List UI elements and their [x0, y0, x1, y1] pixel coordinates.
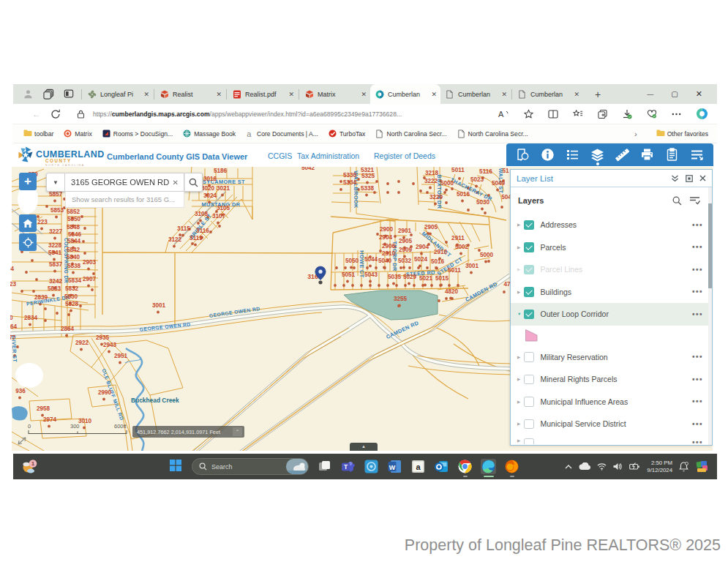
layer-menu-dots[interactable]: ••• — [692, 310, 703, 318]
expand-arrow-icon[interactable]: ▶ — [517, 290, 524, 294]
layer-checkbox[interactable] — [524, 310, 534, 320]
tab-close-icon[interactable]: ✕ — [288, 91, 294, 98]
layer-menu-dots[interactable]: ••• — [692, 397, 703, 405]
browser-tab[interactable]: Realist.pdf✕ — [228, 84, 298, 104]
layer-row-outer-loop-corridor[interactable]: ▼Outer Loop Corridor••• — [511, 303, 712, 326]
close-panel-icon[interactable] — [699, 175, 706, 181]
expand-arrow-icon[interactable]: ▶ — [517, 400, 524, 404]
layer-checkbox[interactable] — [524, 242, 534, 252]
header-link[interactable]: CCGIS — [268, 151, 292, 160]
home-button[interactable] — [19, 214, 37, 232]
profile-icon[interactable] — [23, 89, 34, 100]
search-clear-icon[interactable]: ✕ — [173, 179, 184, 187]
layer-checkbox[interactable] — [524, 287, 534, 297]
info-icon[interactable] — [541, 148, 555, 162]
layer-checkbox[interactable] — [524, 352, 534, 362]
bookmark-item[interactable]: Massage Book — [183, 130, 236, 138]
layer-menu-dots[interactable]: ••• — [692, 266, 703, 274]
refresh-icon[interactable] — [50, 109, 61, 119]
start-button[interactable] — [169, 459, 184, 474]
copilot-icon[interactable] — [696, 108, 708, 120]
minimize-button[interactable]: — — [647, 91, 653, 98]
layer-row-military-reservation[interactable]: ▶Military Reservation••• — [511, 346, 712, 369]
tray-chevron-icon[interactable] — [565, 464, 572, 470]
expand-arrow-icon[interactable]: ▶ — [517, 438, 524, 443]
print-icon[interactable] — [640, 148, 654, 162]
layer-search-icon[interactable] — [672, 196, 682, 206]
firefox-icon[interactable] — [504, 459, 519, 474]
layer-row-parcels[interactable]: ▶Parcels••• — [511, 236, 712, 259]
legend-icon[interactable] — [566, 148, 579, 162]
bookmarks-overflow-chevron[interactable]: › — [634, 130, 637, 138]
layer-checkbox[interactable] — [524, 397, 534, 407]
battery-icon[interactable] — [629, 462, 640, 471]
layer-row-addresses[interactable]: ▶Addresses••• — [511, 214, 712, 236]
bookmark-item[interactable]: Rooms > DocuSign... — [102, 130, 173, 138]
browser-tab[interactable]: Realist✕ — [155, 84, 225, 104]
more-tools-icon[interactable] — [690, 148, 704, 162]
expand-arrow-icon[interactable]: ▶ — [517, 267, 524, 271]
layer-menu-dots[interactable]: ••• — [692, 375, 703, 383]
blueapp-icon[interactable] — [364, 459, 379, 474]
bookmark-item[interactable]: TurboTax — [329, 130, 366, 138]
layer-row-buildings[interactable]: ▶Buildings••• — [511, 281, 712, 304]
workspaces-icon[interactable] — [43, 89, 54, 100]
notification-bell-icon[interactable] — [679, 462, 688, 472]
taskview-icon[interactable] — [317, 459, 332, 474]
chrome-icon[interactable] — [457, 459, 473, 474]
layer-menu-dots[interactable]: ••• — [692, 288, 703, 296]
close-button[interactable]: ✕ — [696, 89, 702, 99]
outlook-icon[interactable] — [434, 459, 449, 474]
tab-close-icon[interactable]: ✕ — [431, 91, 437, 98]
layer-menu-dots[interactable]: ••• — [692, 420, 703, 428]
attribution-toggle[interactable]: ▲ — [350, 443, 378, 451]
browser-tab[interactable]: Matrix✕ — [300, 84, 370, 104]
layer-menu-dots[interactable]: ••• — [692, 221, 703, 229]
tab-actions-icon[interactable] — [64, 89, 75, 100]
browser-tab[interactable]: Cumberlan✕ — [513, 84, 583, 104]
locate-button[interactable] — [19, 233, 37, 251]
downloads-icon[interactable] — [622, 109, 632, 119]
layer-row-municipal-service-district[interactable]: ▶Municipal Service District••• — [511, 413, 712, 435]
layer-checkbox[interactable] — [524, 419, 534, 430]
layer-checkbox[interactable] — [524, 265, 534, 275]
taskbar-search-box[interactable]: Search — [192, 458, 309, 475]
layer-checkbox[interactable] — [524, 220, 534, 231]
favorites-icon[interactable] — [573, 109, 583, 119]
edge-icon[interactable] — [481, 459, 496, 474]
query-icon[interactable] — [516, 148, 530, 162]
layer-row[interactable]: ▶••• — [511, 435, 712, 444]
layer-menu-dots[interactable]: ••• — [692, 353, 703, 361]
panel-scrollbar[interactable] — [708, 187, 712, 445]
bookmark-item[interactable]: North Carolina Secr... — [457, 130, 528, 138]
tab-close-icon[interactable]: ✕ — [143, 91, 149, 98]
zoom-in-button[interactable]: + — [19, 173, 37, 190]
bookmark-item[interactable]: toolbar — [23, 130, 53, 138]
measure-icon[interactable] — [615, 148, 629, 162]
tab-close-icon[interactable]: ✕ — [574, 91, 579, 98]
collapse-all-icon[interactable] — [671, 175, 679, 182]
expand-arrow-icon[interactable]: ▼ — [517, 312, 524, 316]
coordinates-toggle[interactable]: ⌃ — [233, 427, 242, 436]
layer-menu-dots[interactable]: ••• — [692, 438, 703, 444]
layers-icon[interactable] — [590, 148, 604, 162]
dock-icon[interactable] — [686, 175, 693, 182]
expand-arrow-icon[interactable]: ▶ — [517, 422, 524, 426]
browser-tab-active[interactable]: Cumberlan✕ — [370, 84, 440, 104]
header-link[interactable]: Tax Administration — [297, 151, 359, 160]
layer-checkbox[interactable] — [524, 438, 534, 444]
header-link[interactable]: Register of Deeds — [374, 151, 435, 160]
layer-filter-icon[interactable] — [689, 196, 700, 205]
teams-icon[interactable]: T — [340, 459, 356, 474]
split-screen-icon[interactable] — [548, 110, 558, 119]
new-tab-button[interactable]: + — [595, 89, 601, 100]
colortiles-icon[interactable] — [695, 460, 710, 474]
layer-menu-dots[interactable]: ••• — [692, 243, 703, 251]
expand-arrow-icon[interactable]: ▶ — [517, 245, 524, 250]
onedrive-icon[interactable] — [579, 462, 590, 471]
search-suggestion[interactable]: Show search results for 3165 G... — [65, 192, 184, 208]
taskbar-clock[interactable]: 2:50 PM 9/12/2024 — [647, 460, 672, 473]
layer-checkbox[interactable] — [524, 375, 534, 385]
tab-close-icon[interactable]: ✕ — [216, 91, 222, 98]
layer-row-parcel-lines[interactable]: ▶Parcel Lines••• — [511, 258, 712, 281]
